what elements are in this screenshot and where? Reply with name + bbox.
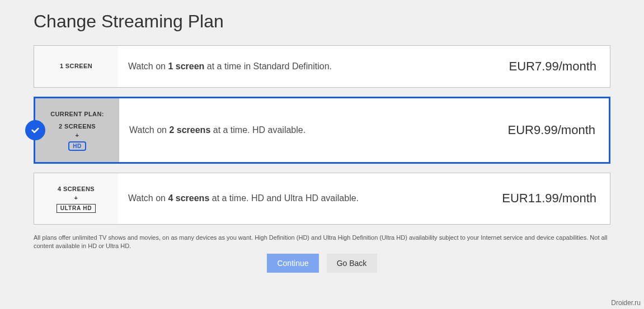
current-plan-label: CURRENT PLAN: <box>50 110 104 120</box>
plan-description: Watch on 2 screens at a time. HD availab… <box>119 98 494 162</box>
ultra-hd-badge-icon: ULTRA HD <box>57 204 96 213</box>
plan-left-panel: CURRENT PLAN: 2 SCREENS + HD <box>35 98 119 162</box>
watermark-text: Droider.ru <box>611 299 641 307</box>
plans-footnote: All plans offer unlimited TV shows and m… <box>34 234 610 251</box>
plan-screens-label: 2 SCREENS <box>59 122 96 132</box>
plan-option-4-screens[interactable]: 4 SCREENS + ULTRA HD Watch on 4 screens … <box>34 173 610 225</box>
plan-description: Watch on 1 screen at a time in Standard … <box>118 46 495 87</box>
plus-separator: + <box>76 131 79 140</box>
plan-price: EUR7.99/month <box>495 46 610 87</box>
plan-screens-label: 1 SCREEN <box>60 61 92 72</box>
plan-screens-label: 4 SCREENS <box>58 184 95 194</box>
plan-left-panel: 4 SCREENS + ULTRA HD <box>34 173 118 224</box>
page-title: Change Streaming Plan <box>34 11 610 32</box>
plan-option-1-screen[interactable]: 1 SCREEN Watch on 1 screen at a time in … <box>34 45 610 88</box>
hd-badge-icon: HD <box>68 141 86 151</box>
go-back-button[interactable]: Go Back <box>327 254 377 273</box>
plan-option-2-screens[interactable]: CURRENT PLAN: 2 SCREENS + HD Watch on 2 … <box>34 97 610 164</box>
plan-price: EUR9.99/month <box>494 98 609 162</box>
plan-left-panel: 1 SCREEN <box>34 46 118 87</box>
plan-price: EUR11.99/month <box>488 173 610 224</box>
plus-separator: + <box>74 194 78 202</box>
selected-check-icon <box>25 120 45 140</box>
continue-button[interactable]: Continue <box>267 254 318 273</box>
plan-description: Watch on 4 screens at a time. HD and Ult… <box>118 173 488 224</box>
button-row: Continue Go Back <box>34 254 610 273</box>
